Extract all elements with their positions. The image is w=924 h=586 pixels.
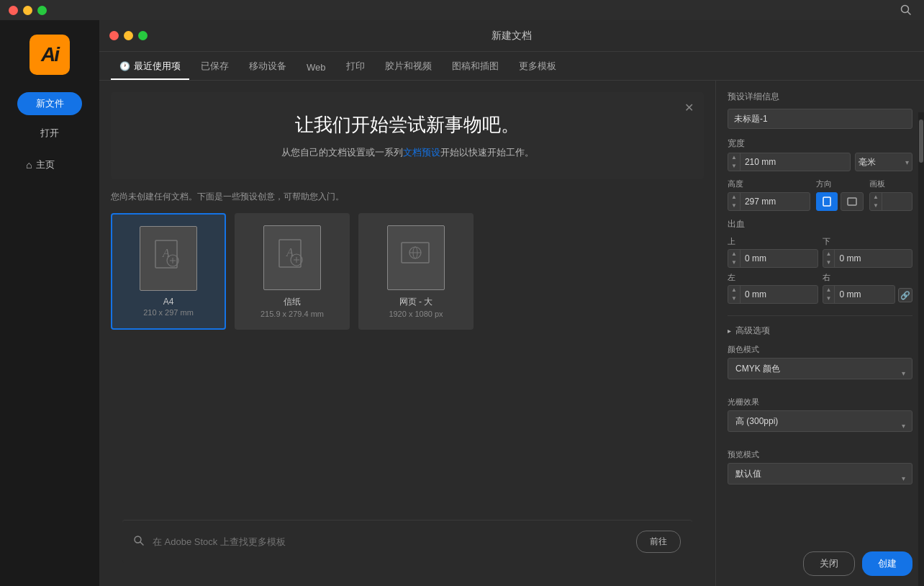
svg-line-17 (140, 542, 143, 545)
dialog-close-btn[interactable] (109, 31, 119, 40)
tab-art[interactable]: 图稿和插图 (443, 55, 507, 80)
height-stepper[interactable]: ▲ ▼ (728, 192, 810, 211)
tab-more[interactable]: 更多模板 (510, 55, 565, 80)
bleed-right-input[interactable] (835, 286, 894, 303)
scrollbar-thumb[interactable] (919, 120, 923, 163)
artboard-input[interactable] (882, 193, 912, 210)
width-label: 宽度 (728, 138, 746, 150)
template-name-web: 网页 - 大 (399, 296, 433, 308)
bleed-top-up[interactable]: ▲ (728, 250, 740, 258)
tab-mobile[interactable]: 移动设备 (240, 55, 295, 80)
artboard-stepper[interactable]: ▲ ▼ (869, 192, 912, 211)
unit-select[interactable]: 毫米 像素 英寸 (855, 153, 912, 171)
bleed-right-label: 右 (823, 272, 896, 283)
artboard-arrows[interactable]: ▲ ▼ (870, 193, 882, 210)
dialog-min-btn[interactable] (124, 31, 133, 40)
bleed-left-up[interactable]: ▲ (728, 286, 740, 294)
open-file-button[interactable]: 打开 (40, 127, 59, 140)
template-card-letter[interactable]: A 信纸 215.9 x 279.4 mm (235, 213, 350, 330)
welcome-link[interactable]: 文档预设 (403, 147, 440, 158)
width-stepper[interactable]: ▲ ▼ (728, 153, 851, 171)
preview-label: 预览模式 (728, 449, 912, 460)
template-card-a4[interactable]: A A4 210 x 297 mm (111, 213, 226, 330)
new-file-button[interactable]: 新文件 (17, 92, 82, 115)
close-window-btn[interactable] (9, 6, 18, 15)
artboard-down-btn[interactable]: ▼ (870, 202, 882, 210)
create-button[interactable]: 创建 (862, 551, 912, 576)
template-name-letter: 信纸 (284, 296, 301, 308)
stock-search-input[interactable] (153, 536, 628, 547)
bleed-bottom-down[interactable]: ▼ (823, 258, 835, 267)
color-mode-wrap[interactable]: CMYK 颜色 RGB 颜色 (728, 358, 912, 388)
macos-titlebar (0, 0, 924, 20)
bleed-bottom-stepper[interactable]: ▲ ▼ (823, 249, 913, 268)
bleed-right-stepper[interactable]: ▲ ▼ (823, 285, 896, 304)
bleed-top-label: 上 (728, 236, 818, 247)
advanced-label: 高级选项 (735, 325, 770, 337)
bleed-bottom-arrows[interactable]: ▲ ▼ (823, 250, 835, 267)
tab-recent[interactable]: 🕐 最近使用项 (111, 55, 189, 80)
welcome-title: 让我们开始尝试新事物吧。 (134, 112, 681, 138)
sidebar: Ai 新文件 打开 ⌂ 主页 (0, 20, 99, 586)
bleed-left-down[interactable]: ▼ (728, 294, 740, 303)
dialog-window-controls[interactable] (109, 31, 148, 40)
tab-web[interactable]: Web (298, 58, 335, 80)
bleed-top-input[interactable] (740, 250, 817, 267)
svg-rect-19 (848, 198, 856, 205)
bleed-right-up[interactable]: ▲ (823, 286, 835, 294)
maximize-window-btn[interactable] (37, 6, 47, 15)
advanced-options-toggle[interactable]: ▸ 高级选项 (728, 325, 912, 337)
bleed-left-input[interactable] (740, 286, 817, 303)
tab-saved[interactable]: 已保存 (192, 55, 237, 80)
bleed-right-arrows[interactable]: ▲ ▼ (823, 286, 835, 303)
preview-select[interactable]: 默认值 像素 叠印 (728, 463, 912, 484)
search-corner-icon[interactable] (888, 0, 924, 20)
bleed-right-down[interactable]: ▼ (823, 294, 835, 303)
artboard-up-btn[interactable]: ▲ (870, 193, 882, 202)
prev-button[interactable]: 前往 (636, 531, 681, 553)
bleed-top-arrows[interactable]: ▲ ▼ (728, 250, 740, 267)
bleed-bottom-input[interactable] (835, 250, 912, 267)
raster-select[interactable]: 高 (300ppi) 中 (150ppi) 低 (72ppi) (728, 410, 912, 432)
bleed-bottom-up[interactable]: ▲ (823, 250, 835, 258)
template-icon-letter: A (263, 225, 321, 290)
left-content: ✕ 让我们开始尝试新事物吧。 从您自己的文档设置或一系列文档预设开始以快速开始工… (99, 81, 715, 586)
color-mode-select[interactable]: CMYK 颜色 RGB 颜色 (728, 358, 912, 379)
close-banner-button[interactable]: ✕ (684, 101, 694, 114)
width-up-btn[interactable]: ▲ (728, 153, 740, 162)
height-arrows[interactable]: ▲ ▼ (728, 193, 740, 210)
unit-select-wrap[interactable]: 毫米 像素 英寸 (855, 153, 912, 171)
orientation-col: 方向 (816, 179, 864, 211)
close-button[interactable]: 关闭 (803, 551, 855, 576)
bleed-top-stepper[interactable]: ▲ ▼ (728, 249, 818, 268)
orient-landscape-btn[interactable] (841, 192, 864, 211)
doc-name-input[interactable] (728, 109, 912, 129)
dialog-max-btn[interactable] (138, 31, 148, 40)
width-down-btn[interactable]: ▼ (728, 162, 740, 171)
preview-wrap[interactable]: 默认值 像素 叠印 (728, 463, 912, 493)
tab-film[interactable]: 胶片和视频 (376, 55, 440, 80)
height-input[interactable] (740, 193, 810, 210)
template-card-web[interactable]: 网页 - 大 1920 x 1080 px (358, 213, 474, 330)
templates-section: 您尚未创建任何文档。下面是一些预设创意，可帮助您入门。 A (99, 179, 715, 520)
bleed-left-stepper[interactable]: ▲ ▼ (728, 285, 818, 304)
tab-print[interactable]: 打印 (338, 55, 373, 80)
bleed-top-down[interactable]: ▼ (728, 258, 740, 267)
color-mode-label: 颜色模式 (728, 344, 912, 355)
orient-portrait-btn[interactable] (816, 192, 838, 211)
orientation-group (816, 192, 864, 211)
sidebar-item-home[interactable]: ⌂ 主页 (17, 154, 82, 176)
width-input[interactable] (740, 153, 850, 171)
link-bleed-icon[interactable]: 🔗 (898, 288, 912, 302)
bleed-right-field: 右 ▲ ▼ (823, 272, 896, 304)
template-size-web: 1920 x 1080 px (389, 310, 443, 318)
bottom-bar-wrap: 前往 (99, 520, 715, 586)
minimize-window-btn[interactable] (23, 6, 32, 15)
bleed-left-arrows[interactable]: ▲ ▼ (728, 286, 740, 303)
width-arrows[interactable]: ▲ ▼ (728, 153, 740, 171)
tab-bar: 🕐 最近使用项 已保存 移动设备 Web 打印 胶片和视频 图稿和插图 更多模板 (99, 52, 924, 81)
traffic-lights[interactable] (9, 6, 47, 15)
raster-wrap[interactable]: 高 (300ppi) 中 (150ppi) 低 (72ppi) (728, 410, 912, 441)
height-down-btn[interactable]: ▼ (728, 202, 740, 210)
height-up-btn[interactable]: ▲ (728, 193, 740, 202)
